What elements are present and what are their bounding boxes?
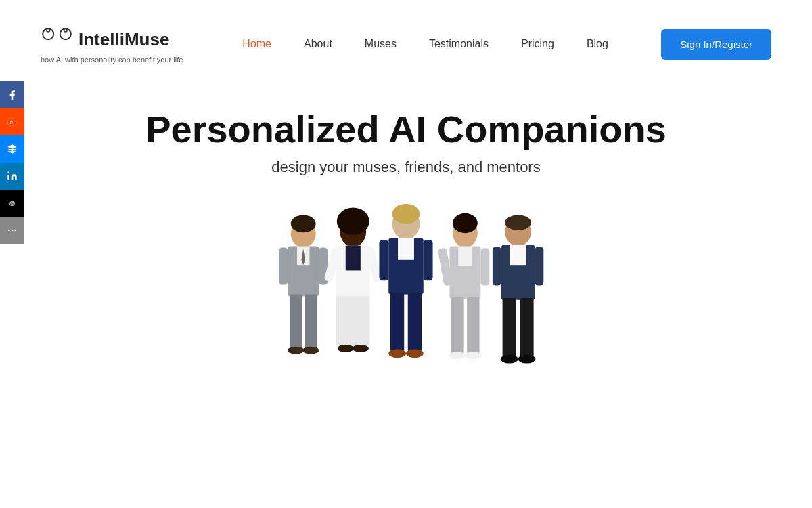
svg-text:r/: r/ (10, 120, 14, 125)
svg-point-9 (60, 28, 71, 39)
svg-rect-34 (398, 238, 414, 259)
svg-rect-39 (424, 240, 433, 280)
svg-rect-35 (390, 292, 404, 351)
svg-point-37 (388, 349, 406, 358)
main-nav: Home About Muses Testimonials Pricing Bl… (189, 38, 661, 50)
svg-point-47 (449, 352, 465, 359)
svg-rect-54 (510, 245, 526, 264)
nav-item-testimonials[interactable]: Testimonials (429, 38, 489, 50)
svg-rect-50 (480, 248, 489, 285)
people-illustration (250, 196, 562, 461)
svg-point-12 (291, 215, 316, 232)
svg-point-7 (43, 28, 53, 39)
svg-text:@: @ (9, 200, 15, 207)
hero-image (237, 190, 575, 461)
svg-rect-59 (535, 247, 543, 285)
share-more-button[interactable] (0, 217, 24, 244)
svg-rect-36 (408, 292, 422, 351)
svg-point-57 (501, 354, 518, 363)
svg-rect-55 (503, 298, 516, 357)
svg-point-32 (392, 204, 420, 224)
logo-tagline: how AI with personality can benefit your… (41, 56, 189, 64)
share-reddit-button[interactable]: r/ (0, 108, 24, 135)
svg-point-27 (338, 345, 354, 352)
svg-point-5 (12, 230, 14, 232)
svg-rect-26 (336, 296, 370, 346)
svg-rect-25 (346, 245, 361, 270)
nav-item-about[interactable]: About (304, 38, 332, 50)
svg-point-6 (14, 230, 16, 232)
svg-rect-17 (304, 294, 317, 350)
svg-point-18 (288, 346, 304, 354)
svg-point-38 (406, 349, 424, 358)
share-threads-button[interactable]: @ (0, 190, 24, 217)
svg-rect-40 (379, 240, 388, 280)
logo-area: IntelliMuse how AI with personality can … (41, 25, 189, 64)
svg-rect-21 (279, 247, 288, 284)
nav-item-pricing[interactable]: Pricing (521, 38, 554, 50)
svg-point-48 (465, 352, 481, 359)
svg-point-58 (518, 354, 536, 363)
share-bluesky-button[interactable] (0, 135, 24, 163)
svg-rect-44 (458, 246, 472, 266)
share-linkedin-button[interactable] (0, 163, 24, 190)
svg-point-28 (353, 345, 369, 352)
svg-point-19 (302, 346, 319, 354)
svg-point-52 (505, 215, 531, 230)
nav-item-muses[interactable]: Muses (365, 38, 397, 50)
hero-title: Personalized AI Companions (145, 108, 667, 150)
svg-rect-45 (451, 297, 463, 354)
svg-point-8 (47, 28, 50, 32)
svg-rect-46 (467, 297, 479, 354)
share-facebook-button[interactable] (0, 81, 24, 108)
svg-point-2 (7, 171, 9, 173)
nav-item-blog[interactable]: Blog (587, 38, 608, 50)
svg-point-42 (453, 213, 478, 232)
sign-in-button[interactable]: Sign In/Register (661, 29, 771, 60)
svg-rect-16 (290, 294, 302, 350)
nav-item-home[interactable]: Home (242, 38, 271, 50)
svg-rect-60 (493, 247, 501, 285)
social-sidebar: r/ @ (0, 81, 24, 244)
header: IntelliMuse how AI with personality can … (0, 0, 812, 88)
svg-point-4 (8, 230, 10, 232)
logo-text: IntelliMuse (78, 29, 169, 50)
hero-section: Personalized AI Companions design your m… (0, 88, 812, 461)
svg-point-10 (64, 28, 67, 32)
svg-rect-56 (520, 298, 533, 357)
hero-subtitle: design your muses, friends, and mentors (271, 158, 540, 176)
logo-icon (41, 25, 73, 54)
svg-point-23 (337, 207, 369, 234)
